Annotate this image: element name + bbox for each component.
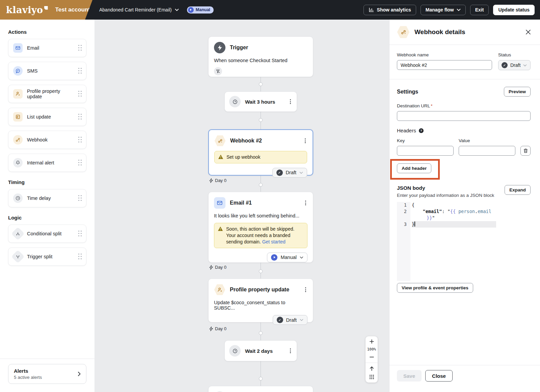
kebab-menu-icon[interactable] — [303, 137, 307, 145]
drag-handle[interactable] — [78, 137, 82, 143]
get-started-link[interactable]: Get started — [262, 239, 286, 244]
header-key-input[interactable] — [397, 146, 454, 156]
lightning-outline-icon — [209, 326, 213, 331]
sidebar-item-label: Time delay — [27, 195, 51, 201]
email-card-title: Email #1 — [230, 200, 252, 206]
destination-url-input[interactable] — [397, 111, 531, 121]
email-status-dropdown[interactable]: Manual — [267, 253, 307, 262]
exit-label: Exit — [475, 7, 484, 12]
sidebar-item-webhook[interactable]: Webhook — [8, 131, 86, 149]
json-editor[interactable]: 1 2 3 { "email": "{{ person.email }}" } — [397, 202, 531, 281]
flow-canvas[interactable]: Trigger When someone Checkout Started Wa… — [94, 20, 389, 392]
zoom-out-button[interactable] — [369, 355, 374, 360]
show-analytics-button[interactable]: Show analytics — [363, 5, 416, 15]
email-card[interactable]: Email #1 It looks like you left somethin… — [208, 192, 313, 263]
add-header-button[interactable]: Add header — [397, 163, 431, 173]
kebab-menu-icon[interactable] — [289, 98, 292, 105]
sidebar-item-sms[interactable]: SMS — [8, 62, 86, 80]
sidebar-item-label: Webhook — [27, 137, 48, 142]
kebab-menu-icon[interactable] — [304, 286, 307, 293]
sidebar-item-profile-property-update[interactable]: Profile property update — [8, 85, 86, 103]
sidebar-item-label: Email — [27, 45, 39, 51]
filter-icon[interactable] — [214, 67, 222, 75]
save-button[interactable]: Save — [397, 370, 422, 382]
delete-header-button[interactable] — [520, 146, 531, 156]
update-status-button[interactable]: Update status — [493, 5, 535, 15]
play-circle-icon — [188, 7, 194, 13]
account-name: Test account — [55, 6, 90, 13]
minimap-button[interactable] — [369, 374, 374, 380]
status-dropdown[interactable]: Draft — [498, 60, 531, 70]
webhook-icon — [214, 135, 226, 147]
drag-handle[interactable] — [78, 160, 82, 166]
bar-chart-icon — [369, 7, 374, 12]
webhook-card[interactable]: Webhook #2 Set up webhook Draft — [208, 129, 313, 176]
partial-flow-card[interactable] — [208, 386, 313, 392]
manage-flow-button[interactable]: Manage flow — [421, 5, 466, 15]
flow-node[interactable] — [259, 118, 263, 122]
sidebar-item-email[interactable]: Email — [8, 39, 86, 57]
drag-handle[interactable] — [78, 45, 82, 51]
preview-button[interactable]: Preview — [504, 87, 531, 97]
kebab-menu-icon[interactable] — [289, 347, 292, 355]
webhook-name-input[interactable] — [397, 60, 492, 70]
profile-status-dropdown[interactable]: Draft — [273, 315, 307, 325]
destination-url-text: Destination URL — [397, 103, 430, 108]
flow-node[interactable] — [259, 183, 263, 187]
exit-button[interactable]: Exit — [470, 5, 489, 15]
chevron-down-icon — [300, 256, 303, 259]
close-button[interactable]: Close — [425, 370, 453, 382]
plus-icon — [369, 339, 374, 344]
sidebar-item-time-delay[interactable]: Time delay — [8, 189, 86, 207]
chevron-right-icon — [78, 371, 81, 376]
sidebar-footer: Alerts 5 active alerts — [0, 359, 94, 392]
close-icon[interactable] — [525, 29, 531, 35]
drag-handle[interactable] — [78, 114, 82, 120]
expand-button[interactable]: Expand — [505, 185, 531, 195]
status-badge[interactable]: Manual — [187, 6, 214, 14]
flow-name-dropdown[interactable]: Abandoned Cart Reminder (Email) — [99, 7, 179, 12]
drag-handle[interactable] — [78, 195, 82, 201]
trigger-card[interactable]: Trigger When someone Checkout Started — [208, 36, 313, 77]
drag-handle[interactable] — [78, 68, 82, 74]
drag-handle[interactable] — [78, 91, 82, 97]
flow-node[interactable] — [259, 82, 263, 86]
klaviyo-logo[interactable]: klaviyo — [6, 5, 48, 15]
lightning-icon — [214, 42, 225, 53]
code-token: "email" — [423, 209, 442, 214]
help-icon[interactable]: ? — [418, 128, 424, 133]
alerts-card[interactable]: Alerts 5 active alerts — [8, 364, 86, 384]
code-token: { — [412, 202, 414, 208]
drag-handle[interactable] — [78, 231, 82, 237]
flow-node[interactable] — [259, 269, 263, 273]
divider — [389, 79, 540, 79]
lightning-outline-icon — [209, 265, 213, 270]
person-icon — [214, 284, 225, 295]
flow-node[interactable] — [259, 331, 263, 335]
scroll-to-top-button[interactable] — [369, 366, 374, 371]
editor-code[interactable]: { "email": "{{ person.email }}" } — [410, 202, 531, 281]
alerts-title: Alerts — [14, 368, 42, 374]
kebab-menu-icon[interactable] — [304, 199, 307, 207]
line-number: 1 — [397, 202, 407, 208]
drag-handle[interactable] — [78, 254, 82, 260]
profile-update-card[interactable]: Profile property update Update $coco_con… — [208, 279, 313, 322]
code-token: " — [448, 209, 450, 214]
draft-icon — [277, 317, 283, 323]
view-properties-button[interactable]: View profile & event properties — [397, 283, 473, 293]
bell-icon — [13, 158, 23, 167]
wait-3-hours-card[interactable]: Wait 3 hours — [224, 92, 297, 112]
flow-node[interactable] — [259, 377, 263, 381]
zoom-in-button[interactable] — [369, 339, 374, 344]
webhook-status-dropdown[interactable]: Draft — [272, 168, 307, 178]
header-value-input[interactable] — [459, 146, 515, 156]
show-analytics-label: Show analytics — [377, 7, 411, 12]
sms-icon — [13, 66, 23, 76]
clock-icon — [229, 345, 241, 357]
wait-2-days-card[interactable]: Wait 2 days — [224, 340, 297, 361]
sidebar-item-conditional-split[interactable]: Conditional split — [8, 225, 86, 243]
wait-card-label: Wait 3 hours — [245, 99, 275, 105]
sidebar-item-list-update[interactable]: List update — [8, 108, 86, 126]
sidebar-item-internal-alert[interactable]: Internal alert — [8, 154, 86, 172]
sidebar-item-trigger-split[interactable]: Trigger split — [8, 247, 86, 266]
